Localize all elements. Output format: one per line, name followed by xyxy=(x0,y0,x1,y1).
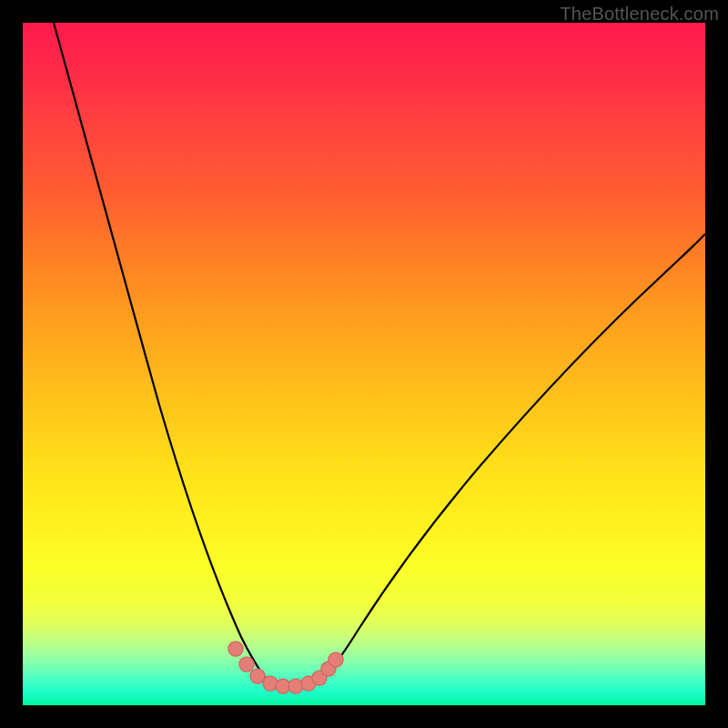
curve-group xyxy=(54,23,705,686)
marker-point xyxy=(263,676,278,691)
marker-point xyxy=(329,652,343,667)
marker-point xyxy=(239,657,254,672)
marker-point xyxy=(228,642,243,656)
bottleneck-curve-svg xyxy=(23,23,705,705)
watermark-text: TheBottleneck.com xyxy=(560,4,719,25)
marker-point xyxy=(288,679,303,693)
chart-frame: TheBottleneck.com xyxy=(0,0,728,728)
plot-area xyxy=(23,23,705,705)
marker-group xyxy=(228,642,343,693)
bottleneck-curve-path xyxy=(54,23,705,686)
